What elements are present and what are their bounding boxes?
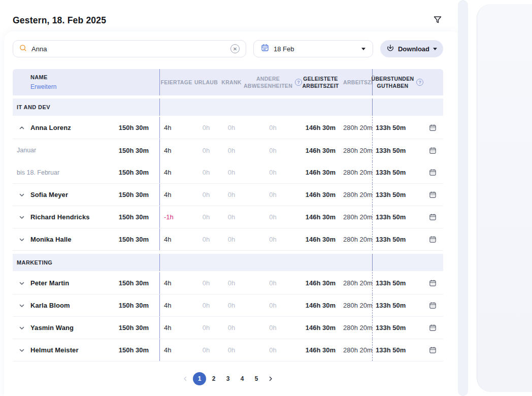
geleistete-arbeitszeit-value: 146h 30m bbox=[302, 191, 339, 199]
urlaub-value: 0h bbox=[193, 124, 219, 131]
urlaub-value: 0h bbox=[193, 213, 219, 221]
andere-abwesenheiten-value: 0h bbox=[244, 236, 302, 243]
download-button[interactable]: Download bbox=[380, 40, 443, 57]
andere-abwesenheiten-value: 0h bbox=[244, 169, 302, 176]
soll-arbeitszeit-value: 150h 30m bbox=[102, 236, 159, 243]
row-calendar-icon[interactable] bbox=[428, 146, 438, 155]
table-header: NAME Erweitern FEIERTAGE URLAUB KRANK AN… bbox=[13, 69, 443, 95]
arbeitszeit-value-clipped: 280h 20m bbox=[339, 302, 372, 309]
ueberstunden-guthaben-value: 133h 50m bbox=[372, 184, 422, 206]
soll-arbeitszeit-value: 150h 30m bbox=[102, 302, 159, 309]
chevron-down-icon[interactable] bbox=[17, 235, 27, 245]
top-bar: Gestern, 18. Feb 2025 bbox=[13, 14, 443, 27]
chevron-down-icon[interactable] bbox=[17, 212, 27, 222]
krank-value: 0h bbox=[219, 346, 244, 354]
row-calendar-icon[interactable] bbox=[428, 301, 438, 310]
andere-abwesenheiten-value: 0h bbox=[244, 324, 302, 332]
geleistete-arbeitszeit-value: 146h 30m bbox=[302, 213, 339, 221]
group-row: MARKETING bbox=[13, 254, 443, 271]
table-row: Helmut Meister150h 30m4h0h0h0h146h 30m28… bbox=[13, 339, 443, 361]
krank-value: 0h bbox=[219, 213, 244, 221]
column-header-krank: KRANK bbox=[219, 79, 244, 86]
filter-button[interactable] bbox=[432, 14, 443, 27]
group-label: MARKETING bbox=[13, 259, 159, 266]
geleistete-arbeitszeit-value: 146h 30m bbox=[302, 346, 339, 354]
andere-abwesenheiten-value: 0h bbox=[244, 213, 302, 221]
ueberstunden-guthaben-value: 133h 50m bbox=[372, 206, 422, 228]
employee-name: Peter Martin bbox=[30, 279, 102, 287]
column-header-ueberstunden-guthaben: ÜBERSTUNDENGUTHABEN ? bbox=[372, 69, 422, 95]
row-calendar-icon[interactable] bbox=[428, 323, 438, 333]
row-calendar-icon[interactable] bbox=[428, 345, 438, 355]
ueberstunden-guthaben-value: 133h 50m bbox=[372, 117, 422, 139]
soll-arbeitszeit-value: 150h 30m bbox=[102, 147, 159, 154]
expand-all-link[interactable]: Erweitern bbox=[30, 83, 57, 91]
urlaub-value: 0h bbox=[193, 302, 219, 309]
geleistete-arbeitszeit-value: 146h 30m bbox=[302, 324, 339, 332]
chevron-down-icon bbox=[433, 48, 437, 50]
andere-abwesenheiten-value: 0h bbox=[244, 147, 302, 154]
chevron-down-icon[interactable] bbox=[17, 323, 27, 333]
andere-abwesenheiten-value: 0h bbox=[244, 191, 302, 199]
arbeitszeit-value-clipped: 280h 20m bbox=[339, 169, 372, 176]
pagination-page-2[interactable]: 2 bbox=[207, 372, 220, 385]
row-calendar-icon[interactable] bbox=[428, 168, 438, 177]
urlaub-value: 0h bbox=[193, 279, 219, 287]
filter-funnel-icon bbox=[433, 18, 442, 26]
date-picker[interactable]: 18 Feb bbox=[253, 40, 373, 57]
chevron-down-icon bbox=[361, 48, 365, 50]
chevron-down-icon[interactable] bbox=[17, 345, 27, 355]
table-row: Monika Halle150h 30m4h0h0h0h146h 30m280h… bbox=[13, 228, 443, 251]
ueberstunden-guthaben-value: 133h 50m bbox=[372, 139, 422, 161]
row-calendar-icon[interactable] bbox=[428, 278, 438, 288]
column-header-urlaub: URLAUB bbox=[193, 79, 219, 86]
employee-name: Monika Halle bbox=[30, 236, 102, 243]
andere-abwesenheiten-value: 0h bbox=[244, 302, 302, 309]
search-field[interactable]: ✕ bbox=[13, 40, 246, 57]
feiertage-value: 4h bbox=[159, 184, 193, 206]
feiertage-value: 4h bbox=[159, 317, 193, 339]
chevron-down-icon[interactable] bbox=[17, 301, 27, 311]
geleistete-arbeitszeit-value: 146h 30m bbox=[302, 302, 339, 309]
column-header-name: NAME bbox=[30, 74, 48, 81]
column-header-andere-abwesenheiten: ANDEREABWESENHEITEN ? bbox=[244, 75, 302, 89]
chevron-up-icon[interactable] bbox=[17, 123, 27, 133]
column-header-geleistete-arbeitszeit: GELEISTETEARBEITSZEIT bbox=[302, 75, 339, 89]
geleistete-arbeitszeit-value: 146h 30m bbox=[302, 279, 339, 287]
urlaub-value: 0h bbox=[193, 191, 219, 199]
row-calendar-icon[interactable] bbox=[428, 123, 438, 133]
pagination-page-4[interactable]: 4 bbox=[236, 372, 249, 385]
employee-name: Helmut Meister bbox=[30, 346, 102, 354]
search-input[interactable] bbox=[31, 45, 230, 53]
urlaub-value: 0h bbox=[193, 236, 219, 243]
krank-value: 0h bbox=[219, 324, 244, 332]
help-icon[interactable]: ? bbox=[295, 79, 302, 86]
pagination-page-3[interactable]: 3 bbox=[221, 372, 235, 385]
row-calendar-icon[interactable] bbox=[428, 212, 438, 222]
feiertage-value: 4h bbox=[159, 294, 193, 316]
feiertage-value: 4h bbox=[159, 272, 193, 294]
urlaub-value: 0h bbox=[193, 346, 219, 354]
arbeitszeit-value-clipped: 280h 20m bbox=[339, 124, 372, 131]
arbeitszeit-value-clipped: 280h 20m bbox=[339, 279, 372, 287]
pagination-page-5[interactable]: 5 bbox=[250, 372, 263, 385]
ueberstunden-guthaben-value: 133h 50m bbox=[372, 228, 422, 250]
table-row: Karla Bloom150h 30m4h0h0h0h146h 30m280h … bbox=[13, 294, 443, 317]
krank-value: 0h bbox=[219, 236, 244, 243]
arbeitszeit-value-clipped: 280h 20m bbox=[339, 346, 372, 354]
table-row: Peter Martin150h 30m4h0h0h0h146h 30m280h… bbox=[13, 272, 443, 294]
arbeitszeit-value-clipped: 280h 20m bbox=[339, 324, 372, 332]
pagination-prev-icon[interactable] bbox=[179, 372, 192, 385]
row-calendar-icon[interactable] bbox=[428, 190, 438, 200]
pagination-page-1[interactable]: 1 bbox=[193, 372, 206, 385]
soll-arbeitszeit-value: 150h 30m bbox=[102, 124, 159, 131]
geleistete-arbeitszeit-value: 146h 30m bbox=[302, 169, 339, 176]
pagination-next-icon[interactable] bbox=[264, 372, 277, 385]
clear-search-icon[interactable]: ✕ bbox=[230, 44, 240, 53]
row-calendar-icon[interactable] bbox=[428, 235, 438, 244]
page-title: Gestern, 18. Feb 2025 bbox=[13, 15, 106, 26]
chevron-down-icon[interactable] bbox=[17, 190, 27, 200]
arbeitszeit-value-clipped: 280h 20m bbox=[339, 236, 372, 243]
chevron-down-icon[interactable] bbox=[17, 278, 27, 288]
help-icon[interactable]: ? bbox=[416, 79, 423, 86]
